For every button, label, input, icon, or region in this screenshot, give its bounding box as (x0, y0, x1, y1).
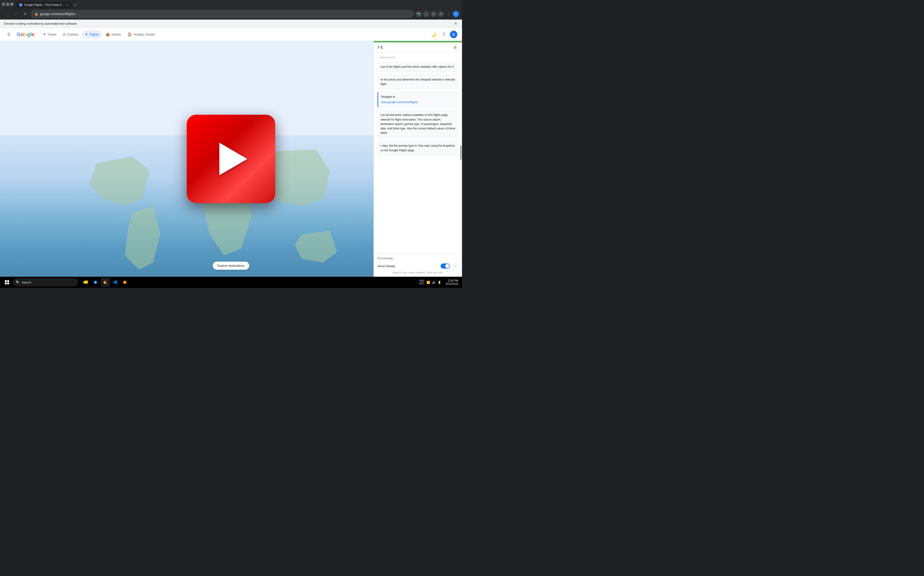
tab-title: Google Flights – Find cheap fl... (24, 3, 64, 6)
svg-rect-1 (85, 281, 88, 284)
panel-navigate-label: Navigate to (381, 95, 455, 99)
taskbar-search-bar[interactable]: 🔍 Search (13, 278, 78, 286)
dark-mode-button[interactable]: 🌙 (429, 30, 438, 38)
settings-icon[interactable]: ⚙ (438, 11, 444, 17)
nav-link-explore-label: Explore (67, 33, 78, 36)
taskbar-search-text: Search (22, 281, 31, 284)
panel-card-1-text: one of the flights and find which websit… (380, 65, 454, 69)
taskbar: 🔍 Search (0, 277, 462, 288)
panel-navigate-url: www.google.com/travel/flights (381, 100, 455, 104)
nav-link-holiday-rentals[interactable]: 🏠 Holiday rentals (125, 30, 158, 38)
profile-icon[interactable]: D (453, 11, 459, 17)
scrollbar-thumb[interactable] (460, 146, 462, 160)
win-square-2 (7, 280, 9, 282)
panel-title-bar: T-E ⊞ (374, 42, 462, 53)
logo-e: e (32, 31, 34, 37)
toggle-knob (445, 264, 449, 268)
bookmark-star-icon[interactable]: ☆ (445, 11, 452, 17)
svg-point-4 (124, 282, 125, 283)
panel-card-navigate: Navigate to www.google.com/travel/flight… (377, 92, 458, 107)
apps-grid-button[interactable]: ⠿ (440, 30, 448, 38)
panel-scroll-area: ...search results. one of the flights an… (374, 53, 462, 253)
forward-button[interactable]: → (12, 10, 19, 18)
youtube-play-button[interactable] (187, 115, 275, 203)
wifi-icon: 📶 (427, 281, 430, 284)
logo-g: G (17, 31, 21, 37)
taskbar-system-icons: ENGINTL 📶 🔊 🔋 (417, 280, 443, 285)
minimize-button[interactable]: ─ (2, 3, 5, 6)
scrollbar-track[interactable] (460, 132, 462, 202)
taskbar-clock[interactable]: 2:08 PM 8/24/2024 (444, 279, 460, 286)
processing-text: Processing... (377, 256, 458, 260)
notification-bar: Chrome is being controlled by automated … (0, 19, 462, 28)
taskbar-file-explorer-icon[interactable] (81, 278, 90, 287)
panel-title: T-E (377, 45, 452, 50)
tab-close-button[interactable]: ✕ (66, 3, 69, 7)
logo-g2: g (27, 31, 30, 37)
hotels-icon: 🏨 (106, 32, 110, 37)
nav-link-hotels[interactable]: 🏨 Hotels (103, 30, 124, 38)
holiday-rentals-icon: 🏠 (127, 32, 132, 37)
google-nav: ☰ Google ✈ Travel ◎ Explore ✈ Flights 🏨 … (0, 28, 462, 41)
play-triangle-icon (219, 142, 247, 175)
taskbar-vscode-icon[interactable] (111, 278, 120, 287)
google-logo: Google (17, 31, 34, 37)
new-tab-button[interactable]: + (72, 2, 79, 8)
video-icon[interactable]: 🎥 (423, 11, 429, 17)
notification-text: Chrome is being controlled by automated … (4, 22, 78, 26)
travel-icon: ✈ (43, 32, 46, 37)
taskbar-chrome-icon[interactable] (101, 278, 110, 287)
panel-expand-button[interactable]: ⊞ (452, 44, 458, 51)
lock-icon: 🔒 (34, 12, 38, 16)
toolbar: ← → ↻ 🔒 google.com/travel/flights 📷 🎥 🖥 … (0, 8, 462, 19)
browser-frame: ─ □ ✕ ✈ Google Flights – Find cheap fl..… (0, 0, 462, 288)
nav-links: ✈ Travel ◎ Explore ✈ Flights 🏨 Hotels 🏠 … (40, 30, 158, 38)
logo-o2: o (24, 31, 27, 37)
taskbar-firefox-icon[interactable] (120, 278, 130, 287)
notification-close-button[interactable]: ✕ (453, 21, 458, 27)
nav-link-hotels-label: Hotels (112, 33, 121, 36)
window-controls: ─ □ ✕ (2, 3, 13, 6)
panel-card-list-text: List all interaction options available o… (380, 114, 455, 134)
disclaimer-text: Agent-E may make mistakes. Verify key in… (377, 271, 458, 274)
main-content: Explore destinations T-E ⊞ ...search res… (0, 41, 462, 277)
start-button[interactable] (2, 277, 12, 287)
panel-message-1: ...search results. (377, 55, 458, 59)
maximize-button[interactable]: □ (6, 3, 9, 6)
yt-background (187, 115, 275, 203)
nav-link-travel-label: Travel (47, 33, 56, 36)
nav-link-flights[interactable]: ✈ Flights (82, 30, 102, 38)
taskbar-pinned-icons (81, 278, 130, 287)
taskbar-search-icon: 🔍 (16, 280, 20, 284)
active-tab[interactable]: ✈ Google Flights – Find cheap fl... ✕ (16, 2, 72, 8)
nav-right: 🌙 ⠿ D (429, 30, 457, 38)
panel-card-2-text: re the prices and determine the cheapest… (380, 78, 455, 86)
taskbar-right-section: ENGINTL 📶 🔊 🔋 2:08 PM 8/24/2024 (417, 279, 460, 286)
toolbar-icons: 📷 🎥 🖥 ⚙ ☆ D (415, 11, 459, 17)
tab-bar: ✈ Google Flights – Find cheap fl... ✕ + (16, 0, 460, 8)
panel-card-list: List all interaction options available o… (377, 110, 458, 138)
close-button[interactable]: ✕ (10, 3, 13, 6)
nav-link-explore[interactable]: ◎ Explore (60, 30, 81, 38)
win-square-1 (5, 280, 7, 282)
explore-icon: ◎ (63, 32, 66, 37)
battery-icon: 🔋 (438, 281, 441, 284)
tab-favicon: ✈ (19, 3, 22, 6)
camera-icon[interactable]: 📷 (415, 11, 422, 17)
show-details-toggle[interactable] (441, 264, 450, 269)
show-details-row: Show Details → (377, 263, 458, 269)
profile-button[interactable]: D (450, 31, 457, 38)
monitor-icon[interactable]: 🖥 (430, 11, 437, 17)
panel-card-2: re the prices and determine the cheapest… (377, 74, 458, 90)
address-text: google.com/travel/flights (40, 12, 410, 16)
explore-destinations-button[interactable]: Explore destinations (213, 262, 249, 270)
hamburger-button[interactable]: ☰ (5, 30, 13, 38)
taskbar-edge-icon[interactable] (91, 278, 100, 287)
address-bar[interactable]: 🔒 google.com/travel/flights (31, 10, 414, 18)
back-button[interactable]: ← (3, 10, 10, 18)
logo-o1: o (21, 31, 24, 37)
nav-link-travel[interactable]: ✈ Travel (40, 30, 59, 38)
volume-icon: 🔊 (432, 281, 436, 284)
arrow-button[interactable]: → (452, 263, 458, 269)
refresh-button[interactable]: ↻ (21, 10, 29, 18)
